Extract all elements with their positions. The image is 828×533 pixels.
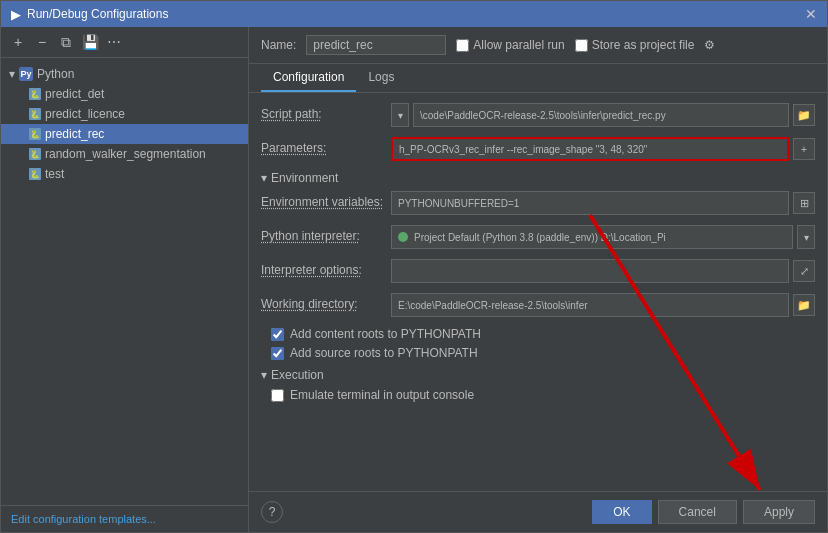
env-variables-control: ⊞	[391, 191, 815, 215]
python-icon: Py	[19, 67, 33, 81]
copy-config-button[interactable]: ⧉	[55, 31, 77, 53]
file-icon: 🐍	[29, 88, 41, 100]
interpreter-options-input[interactable]	[391, 259, 789, 283]
sidebar-item-predict-licence[interactable]: 🐍 predict_licence	[1, 104, 248, 124]
title-bar-left: ▶ Run/Debug Configurations	[11, 7, 168, 22]
file-icon: 🐍	[29, 168, 41, 180]
add-source-roots-checkbox[interactable]	[271, 347, 284, 360]
name-header: Name: Allow parallel run Store as projec…	[249, 27, 827, 64]
green-circle-icon	[398, 232, 408, 242]
name-label: Name:	[261, 38, 296, 52]
main-panel: Name: Allow parallel run Store as projec…	[249, 27, 827, 532]
interpreter-options-control: ⤢	[391, 259, 815, 283]
cancel-button[interactable]: Cancel	[658, 500, 737, 524]
python-interpreter-control: Project Default (Python 3.8 (paddle_env)…	[391, 225, 815, 249]
env-variables-input[interactable]	[391, 191, 789, 215]
script-path-browse-btn[interactable]: 📁	[793, 104, 815, 126]
gear-icon[interactable]: ⚙	[704, 38, 715, 52]
interpreter-options-row: Interpreter options: ⤢	[261, 259, 815, 285]
sidebar-item-label: predict_det	[45, 87, 104, 101]
ok-button[interactable]: OK	[592, 500, 651, 524]
parameters-row: Parameters: +	[261, 137, 815, 163]
dialog-title: Run/Debug Configurations	[27, 7, 168, 21]
sidebar-tree: ▾ Py Python 🐍 predict_det 🐍 predict_lice…	[1, 58, 248, 505]
apply-button[interactable]: Apply	[743, 500, 815, 524]
sidebar-item-random-walker[interactable]: 🐍 random_walker_segmentation	[1, 144, 248, 164]
python-group-header[interactable]: ▾ Py Python	[1, 64, 248, 84]
save-config-button[interactable]: 💾	[79, 31, 101, 53]
execution-section-label: Execution	[271, 368, 324, 382]
parameters-control: +	[391, 137, 815, 161]
form-content: Script path: ▾ 📁 Parameters: +	[249, 93, 827, 491]
sidebar: + − ⧉ 💾 ⋯ ▾ Py Python 🐍 predict_det	[1, 27, 249, 532]
python-group-label: Python	[37, 67, 74, 81]
interpreter-options-expand-btn[interactable]: ⤢	[793, 260, 815, 282]
chevron-down-icon: ▾	[261, 171, 267, 185]
emulate-terminal-label: Emulate terminal in output console	[290, 388, 474, 402]
script-path-row: Script path: ▾ 📁	[261, 103, 815, 129]
body: + − ⧉ 💾 ⋯ ▾ Py Python 🐍 predict_det	[1, 27, 827, 532]
python-interpreter-row: Python interpreter: Project Default (Pyt…	[261, 225, 815, 251]
close-icon[interactable]: ✕	[805, 6, 817, 22]
add-roots-checkbox[interactable]	[271, 328, 284, 341]
working-directory-control: 📁	[391, 293, 815, 317]
interpreter-dropdown-btn[interactable]: ▾	[797, 225, 815, 249]
chevron-down-icon: ▾	[261, 368, 267, 382]
emulate-terminal-row: Emulate terminal in output console	[261, 388, 815, 402]
allow-parallel-checkbox[interactable]	[456, 39, 469, 52]
script-path-label: Script path:	[261, 103, 391, 121]
python-interpreter-label: Python interpreter:	[261, 225, 391, 243]
parameters-input[interactable]	[391, 137, 789, 161]
add-roots-row: Add content roots to PYTHONPATH	[261, 327, 815, 341]
add-source-roots-row: Add source roots to PYTHONPATH	[261, 346, 815, 360]
env-variables-label: Environment variables:	[261, 191, 391, 209]
environment-section-label: Environment	[271, 171, 338, 185]
help-button[interactable]: ?	[261, 501, 283, 523]
add-source-roots-label: Add source roots to PYTHONPATH	[290, 346, 478, 360]
script-path-control: ▾ 📁	[391, 103, 815, 127]
emulate-terminal-checkbox[interactable]	[271, 389, 284, 402]
script-path-input[interactable]	[413, 103, 789, 127]
execution-section-header[interactable]: ▾ Execution	[261, 368, 815, 382]
tabs: Configuration Logs	[249, 64, 827, 93]
store-project-label[interactable]: Store as project file	[575, 38, 695, 52]
more-config-button[interactable]: ⋯	[103, 31, 125, 53]
remove-config-button[interactable]: −	[31, 31, 53, 53]
environment-section-header[interactable]: ▾ Environment	[261, 171, 815, 185]
file-icon: 🐍	[29, 148, 41, 160]
parameters-plus-btn[interactable]: +	[793, 138, 815, 160]
sidebar-item-predict-det[interactable]: 🐍 predict_det	[1, 84, 248, 104]
tab-logs[interactable]: Logs	[356, 64, 406, 92]
chevron-down-icon: ▾	[9, 67, 15, 81]
sidebar-item-label: predict_licence	[45, 107, 125, 121]
footer: ? OK Cancel Apply	[249, 491, 827, 532]
title-bar: ▶ Run/Debug Configurations ✕	[1, 1, 827, 27]
sidebar-item-predict-rec[interactable]: 🐍 predict_rec	[1, 124, 248, 144]
add-config-button[interactable]: +	[7, 31, 29, 53]
working-directory-input[interactable]	[391, 293, 789, 317]
add-roots-label: Add content roots to PYTHONPATH	[290, 327, 481, 341]
interpreter-text: Project Default (Python 3.8 (paddle_env)…	[414, 232, 666, 243]
interpreter-options-label: Interpreter options:	[261, 259, 391, 277]
env-variables-row: Environment variables: ⊞	[261, 191, 815, 217]
name-input[interactable]	[306, 35, 446, 55]
parameters-label: Parameters:	[261, 137, 391, 155]
python-interpreter-value[interactable]: Project Default (Python 3.8 (paddle_env)…	[391, 225, 793, 249]
tab-configuration[interactable]: Configuration	[261, 64, 356, 92]
env-variables-browse-btn[interactable]: ⊞	[793, 192, 815, 214]
sidebar-item-label: random_walker_segmentation	[45, 147, 206, 161]
allow-parallel-label[interactable]: Allow parallel run	[456, 38, 564, 52]
working-directory-browse-btn[interactable]: 📁	[793, 294, 815, 316]
script-path-dropdown-btn[interactable]: ▾	[391, 103, 409, 127]
file-icon: 🐍	[29, 128, 41, 140]
sidebar-item-label: predict_rec	[45, 127, 104, 141]
sidebar-toolbar: + − ⧉ 💾 ⋯	[1, 27, 248, 58]
store-project-checkbox[interactable]	[575, 39, 588, 52]
file-icon: 🐍	[29, 108, 41, 120]
edit-templates-link[interactable]: Edit configuration templates...	[11, 513, 156, 525]
python-group: ▾ Py Python 🐍 predict_det 🐍 predict_lice…	[1, 62, 248, 186]
sidebar-item-test[interactable]: 🐍 test	[1, 164, 248, 184]
sidebar-item-label: test	[45, 167, 64, 181]
sidebar-footer: Edit configuration templates...	[1, 505, 248, 532]
dialog-icon: ▶	[11, 7, 21, 22]
